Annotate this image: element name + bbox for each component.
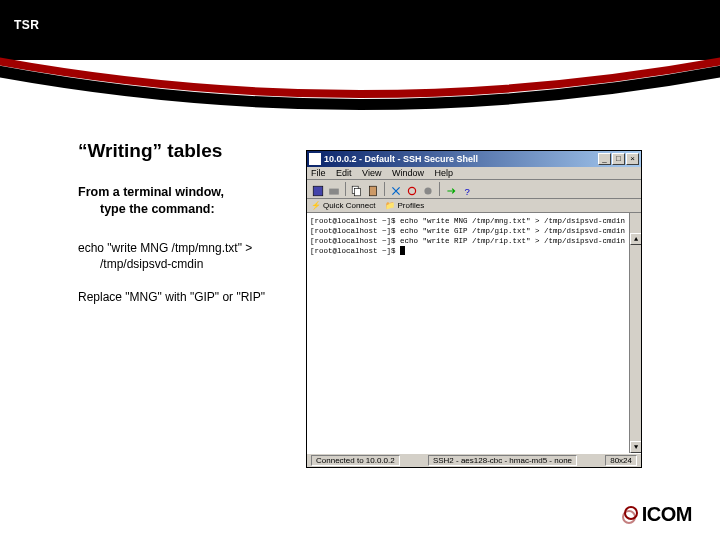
menu-view[interactable]: View — [362, 168, 381, 178]
terminal-window: 10.0.0.2 - Default - SSH Secure Shell _ … — [306, 150, 642, 468]
svg-rect-4 — [369, 186, 376, 196]
terminal-app-icon — [309, 153, 321, 165]
scroll-down-icon[interactable]: ▼ — [630, 441, 641, 453]
terminal-title: 10.0.0.2 - Default - SSH Secure Shell — [324, 154, 597, 164]
menu-file[interactable]: File — [311, 168, 326, 178]
instruction-line1: From a terminal window, — [78, 185, 224, 199]
cursor-icon — [400, 246, 405, 255]
copy-icon[interactable] — [350, 182, 364, 196]
svg-point-5 — [408, 187, 415, 194]
menu-window[interactable]: Window — [392, 168, 424, 178]
terminal-line: [root@localhost ~]$ — [310, 247, 400, 255]
folder-icon: 📁 — [385, 201, 395, 210]
svg-rect-3 — [355, 189, 361, 196]
close-button[interactable]: × — [626, 153, 639, 165]
toolbar-separator — [384, 182, 385, 196]
logo-rings-icon — [622, 506, 640, 524]
icom-logo: ICOM — [622, 503, 692, 526]
terminal-titlebar[interactable]: 10.0.0.2 - Default - SSH Secure Shell _ … — [307, 151, 641, 167]
terminal-line: [root@localhost ~]$ echo "write MNG /tmp… — [310, 217, 625, 225]
svg-rect-0 — [313, 186, 323, 196]
toolbar-separator — [439, 182, 440, 196]
save-icon[interactable] — [311, 182, 325, 196]
command-line1: echo "write MNG /tmp/mng.txt" > — [78, 241, 252, 255]
menu-edit[interactable]: Edit — [336, 168, 352, 178]
help-icon[interactable]: ? — [460, 182, 474, 196]
maximize-button[interactable]: □ — [612, 153, 625, 165]
quick-connect-button[interactable]: ⚡ Quick Connect — [311, 201, 375, 210]
terminal-toolbar: ? — [307, 180, 641, 199]
svg-point-6 — [424, 187, 431, 194]
status-size: 80x24 — [605, 455, 637, 466]
svg-rect-1 — [329, 189, 339, 195]
terminal-line: [root@localhost ~]$ echo "write RIP /tmp… — [310, 237, 625, 245]
quick-connect-label: Quick Connect — [323, 201, 375, 210]
toolbar-separator — [345, 182, 346, 196]
scrollbar-vertical[interactable]: ▲ ▼ — [629, 213, 641, 453]
terminal-menubar: File Edit View Window Help — [307, 167, 641, 180]
scroll-up-icon[interactable]: ▲ — [630, 233, 641, 245]
settings-icon[interactable] — [421, 182, 435, 196]
connect-icon[interactable] — [389, 182, 403, 196]
svg-text:?: ? — [465, 186, 470, 197]
logo-text: ICOM — [642, 503, 692, 526]
tsr-label: TSR — [14, 18, 40, 32]
terminal-output[interactable]: [root@localhost ~]$ echo "write MNG /tmp… — [307, 213, 641, 453]
status-cipher: SSH2 - aes128-cbc - hmac-md5 - none — [428, 455, 577, 466]
terminal-statusbar: Connected to 10.0.0.2 SSH2 - aes128-cbc … — [307, 453, 641, 467]
profiles-button[interactable]: 📁 Profiles — [385, 201, 424, 210]
transfer-icon[interactable] — [444, 182, 458, 196]
profiles-label: Profiles — [397, 201, 424, 210]
paste-icon[interactable] — [366, 182, 380, 196]
status-connection: Connected to 10.0.0.2 — [311, 455, 400, 466]
disconnect-icon[interactable] — [405, 182, 419, 196]
print-icon[interactable] — [327, 182, 341, 196]
menu-help[interactable]: Help — [434, 168, 453, 178]
terminal-quickbar: ⚡ Quick Connect 📁 Profiles — [307, 199, 641, 213]
lightning-icon: ⚡ — [311, 201, 321, 210]
terminal-line: [root@localhost ~]$ echo "write GIP /tmp… — [310, 227, 625, 235]
minimize-button[interactable]: _ — [598, 153, 611, 165]
